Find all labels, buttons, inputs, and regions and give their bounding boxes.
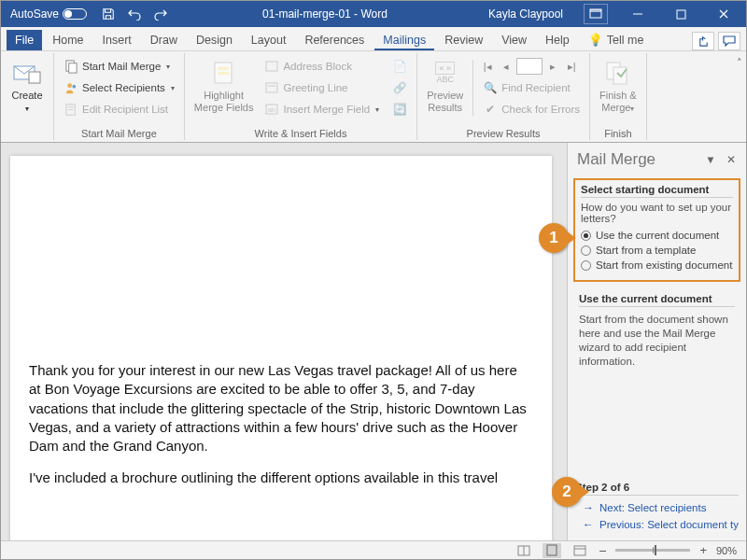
tab-mailings[interactable]: Mailings bbox=[374, 30, 434, 50]
callout-1: 1 bbox=[539, 223, 569, 253]
svg-text:ab: ab bbox=[268, 106, 275, 113]
web-layout-icon[interactable] bbox=[571, 543, 589, 558]
user-name[interactable]: Kayla Claypool bbox=[479, 7, 572, 21]
group-write-label: Write & Insert Fields bbox=[190, 126, 411, 140]
print-layout-icon[interactable] bbox=[543, 543, 561, 558]
group-create: Create▾ bbox=[1, 53, 54, 140]
svg-rect-3 bbox=[677, 10, 685, 19]
match-fields-button[interactable]: 🔗 bbox=[388, 77, 411, 98]
ribbon-tabs: File Home Insert Draw Design Layout Refe… bbox=[1, 27, 746, 51]
autosave-label: AutoSave bbox=[10, 7, 59, 21]
tab-draw[interactable]: Draw bbox=[142, 30, 186, 50]
abc-icon: « »ABC bbox=[430, 58, 460, 88]
radio-label: Start from existing document bbox=[596, 259, 732, 271]
document-icon bbox=[63, 59, 78, 74]
tab-insert[interactable]: Insert bbox=[94, 30, 140, 50]
title-bar: AutoSave 01-mail-merge-01 - Word Kayla C… bbox=[1, 1, 746, 27]
highlight-fields-button[interactable]: Highlight Merge Fields bbox=[190, 56, 258, 119]
svg-point-9 bbox=[72, 84, 76, 88]
lightbulb-icon: 💡 bbox=[588, 33, 603, 47]
edit-list-label: Edit Recipient List bbox=[82, 104, 168, 115]
group-create-separator bbox=[7, 126, 48, 140]
document-viewport[interactable]: Thank you for your interest in our new L… bbox=[1, 143, 567, 540]
find-recipient-button[interactable]: 🔍 Find Recipient bbox=[479, 77, 584, 98]
tab-design[interactable]: Design bbox=[188, 30, 241, 50]
radio-from-template[interactable]: Start from a template bbox=[581, 243, 733, 258]
next-label: Next: Select recipients bbox=[599, 502, 706, 513]
preview-results-button[interactable]: « »ABC Preview Results bbox=[423, 56, 467, 119]
arrow-left-icon: ← bbox=[583, 518, 594, 531]
tab-file[interactable]: File bbox=[7, 30, 42, 50]
minimize-button[interactable] bbox=[619, 1, 656, 27]
radio-use-current[interactable]: Use the current document bbox=[581, 228, 733, 243]
select-recipients-button[interactable]: Select Recipients bbox=[60, 77, 178, 98]
find-label: Find Recipient bbox=[501, 82, 571, 93]
tab-help[interactable]: Help bbox=[537, 30, 578, 50]
envelope-icon bbox=[12, 58, 42, 88]
insert-merge-field-button[interactable]: ab Insert Merge Field bbox=[261, 99, 383, 119]
close-button[interactable] bbox=[705, 1, 742, 27]
maximize-button[interactable] bbox=[662, 1, 699, 27]
address-icon bbox=[264, 59, 279, 74]
redo-icon[interactable] bbox=[150, 4, 171, 24]
previous-step-link[interactable]: ← Previous: Select document ty bbox=[575, 516, 739, 533]
doc-paragraph: Thank you for your interest in our new L… bbox=[29, 361, 529, 455]
save-icon[interactable] bbox=[98, 4, 119, 24]
read-mode-icon[interactable] bbox=[514, 543, 533, 558]
record-number-input[interactable] bbox=[516, 58, 543, 75]
ribbon-display-icon[interactable] bbox=[584, 4, 608, 24]
share-button[interactable] bbox=[692, 32, 714, 50]
undo-icon[interactable] bbox=[124, 4, 145, 24]
comments-button[interactable] bbox=[718, 32, 740, 50]
radio-label: Use the current document bbox=[596, 230, 719, 241]
rules-button[interactable]: 📄 bbox=[388, 56, 411, 77]
prev-label: Previous: Select document ty bbox=[599, 519, 739, 530]
zoom-in-button[interactable]: + bbox=[699, 543, 707, 557]
svg-rect-15 bbox=[218, 72, 229, 75]
doc-paragraph: I've included a brochure outlining the d… bbox=[29, 469, 529, 487]
greeting-line-button[interactable]: Greeting Line bbox=[261, 77, 383, 98]
start-mail-merge-button[interactable]: Start Mail Merge bbox=[60, 56, 178, 77]
rules-icon: 📄 bbox=[392, 59, 407, 74]
update-labels-button[interactable]: 🔄 bbox=[388, 99, 411, 119]
nav-prev-icon[interactable]: ◂ bbox=[498, 57, 514, 76]
svg-rect-25 bbox=[547, 545, 557, 555]
pane-options-icon[interactable]: ▼ bbox=[705, 154, 716, 165]
tab-layout[interactable]: Layout bbox=[243, 30, 295, 50]
collapse-ribbon-icon[interactable]: ˄ bbox=[737, 57, 742, 69]
check-icon: ✔ bbox=[483, 102, 498, 117]
section-heading: Select starting document bbox=[581, 184, 733, 198]
field-icon: ab bbox=[264, 102, 279, 117]
status-bar: − + 90% bbox=[1, 540, 746, 559]
callout-2: 2 bbox=[552, 477, 582, 507]
pane-close-icon[interactable]: ✕ bbox=[724, 153, 739, 166]
zoom-out-button[interactable]: − bbox=[599, 543, 606, 558]
autosave-toggle[interactable]: AutoSave bbox=[5, 7, 92, 21]
section-description: Start from the document shown here and u… bbox=[579, 311, 735, 369]
document-title: 01-mail-merge-01 - Word bbox=[171, 7, 479, 21]
create-button[interactable]: Create▾ bbox=[7, 56, 48, 115]
tab-review[interactable]: Review bbox=[436, 30, 491, 50]
next-step-link[interactable]: → Next: Select recipients bbox=[575, 499, 739, 516]
nav-first-icon[interactable]: |◂ bbox=[479, 57, 496, 76]
nav-next-icon[interactable]: ▸ bbox=[544, 57, 561, 76]
content-area: Thank you for your interest in our new L… bbox=[1, 143, 746, 540]
zoom-level[interactable]: 90% bbox=[716, 545, 737, 556]
tab-tellme[interactable]: 💡 Tell me bbox=[580, 29, 653, 50]
svg-rect-5 bbox=[29, 72, 40, 83]
tab-references[interactable]: References bbox=[296, 30, 373, 50]
tellme-label: Tell me bbox=[607, 34, 644, 47]
tab-home[interactable]: Home bbox=[44, 30, 92, 50]
nav-last-icon[interactable]: ▸| bbox=[563, 57, 580, 76]
address-block-button[interactable]: Address Block bbox=[261, 56, 383, 77]
finish-merge-button[interactable]: Finish & Merge▾ bbox=[596, 56, 641, 115]
select-recipients-label: Select Recipients bbox=[82, 82, 165, 93]
check-errors-button[interactable]: ✔ Check for Errors bbox=[479, 99, 584, 119]
select-starting-document-section: Select starting document How do you want… bbox=[573, 178, 740, 282]
search-icon: 🔍 bbox=[483, 80, 498, 95]
edit-list-icon bbox=[63, 102, 78, 117]
tab-view[interactable]: View bbox=[493, 30, 535, 50]
zoom-slider[interactable] bbox=[615, 549, 690, 552]
edit-recipient-list-button[interactable]: Edit Recipient List bbox=[60, 99, 178, 119]
radio-from-existing[interactable]: Start from existing document bbox=[581, 258, 733, 273]
